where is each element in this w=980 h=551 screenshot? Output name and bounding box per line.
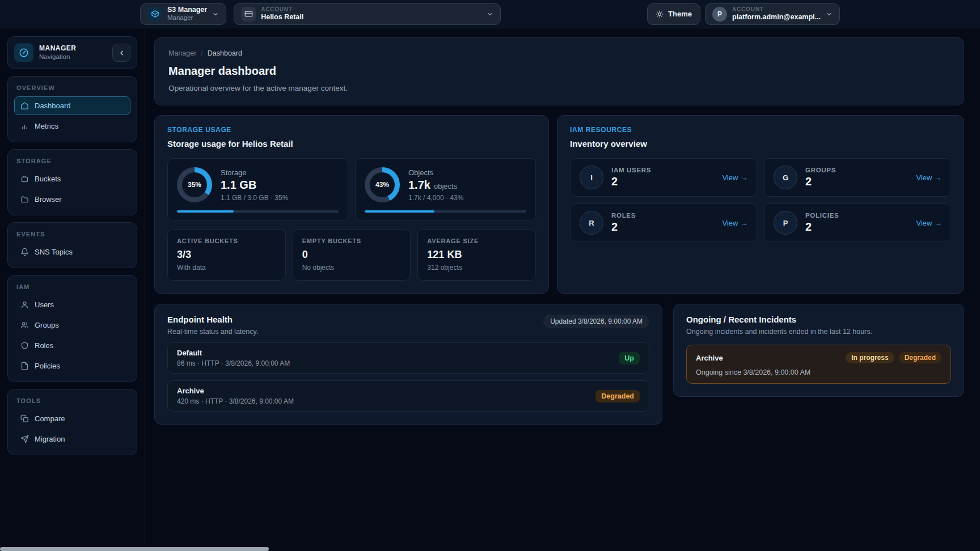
iam-groups-tile: G GROUPS 2 View → bbox=[764, 158, 951, 197]
stat-label: AVERAGE SIZE bbox=[427, 238, 526, 244]
degraded-badge: Degraded bbox=[899, 352, 941, 363]
sidebar-item-label: Migration bbox=[35, 435, 65, 443]
objects-donut-percent: 43% bbox=[375, 181, 389, 189]
bucket-icon bbox=[20, 175, 29, 183]
breadcrumb-manager[interactable]: Manager bbox=[168, 49, 196, 57]
app-switcher-subtitle: Manager bbox=[167, 14, 207, 22]
iam-tile-count: 2 bbox=[805, 221, 839, 234]
shield-icon bbox=[20, 341, 29, 350]
incidents-card: Ongoing / Recent Incidents Ongoing incid… bbox=[673, 304, 964, 397]
document-icon bbox=[20, 362, 29, 370]
gauge-label: Objects bbox=[408, 168, 463, 177]
incidents-card-subtitle: Ongoing incidents and incidents ended in… bbox=[686, 328, 951, 336]
page-subtitle: Operational overview for the active mana… bbox=[168, 84, 950, 92]
sidebar-item-groups[interactable]: Groups bbox=[14, 316, 130, 334]
sidebar-item-label: Buckets bbox=[35, 175, 61, 183]
view-policies-link[interactable]: View → bbox=[916, 219, 941, 227]
endpoint-name: Default bbox=[177, 349, 290, 357]
objects-gauge-tile: 43% Objects 1.7k objects 1.7k / 4,000 · … bbox=[355, 158, 536, 221]
endpoint-card-subtitle: Real-time status and latency. bbox=[167, 328, 258, 336]
objects-progress-bar bbox=[365, 210, 526, 213]
topbar: S3 Manager Manager ACCOUNT Helios Retail bbox=[0, 0, 980, 28]
bell-icon bbox=[20, 248, 29, 256]
incident-row-archive: Archive In progress Degraded Ongoing sin… bbox=[686, 345, 951, 384]
send-icon bbox=[20, 435, 29, 443]
users-icon bbox=[20, 321, 29, 329]
sidebar-group-label: TOOLS bbox=[16, 397, 128, 404]
iam-tile-count: 2 bbox=[611, 175, 651, 188]
theme-button-label: Theme bbox=[668, 10, 692, 18]
home-icon bbox=[20, 101, 29, 110]
stat-detail: With data bbox=[177, 264, 276, 272]
sidebar-item-buckets[interactable]: Buckets bbox=[14, 169, 130, 188]
endpoint-health-card: Endpoint Health Real-time status and lat… bbox=[154, 304, 662, 425]
avatar: R bbox=[580, 211, 603, 235]
iam-tile-label: ROLES bbox=[611, 212, 636, 219]
account-switcher[interactable]: ACCOUNT Helios Retail bbox=[234, 3, 501, 25]
stat-label: EMPTY BUCKETS bbox=[302, 238, 402, 244]
horizontal-scrollbar-thumb[interactable] bbox=[0, 547, 269, 551]
sidebar-group-tools: TOOLS Compare Migration bbox=[7, 389, 137, 455]
cube-icon bbox=[147, 7, 162, 22]
endpoint-row-default: Default 86 ms · HTTP · 3/8/2026, 9:00:00… bbox=[167, 342, 649, 374]
account-switcher-label: ACCOUNT bbox=[261, 6, 303, 13]
sidebar-collapse-button[interactable] bbox=[112, 44, 130, 62]
sidebar-item-browser[interactable]: Browser bbox=[14, 190, 130, 209]
card-icon bbox=[241, 7, 256, 22]
sidebar-title: MANAGER bbox=[39, 44, 77, 52]
view-groups-link[interactable]: View → bbox=[916, 173, 941, 182]
sidebar-item-metrics[interactable]: Metrics bbox=[14, 117, 130, 135]
sidebar-item-policies[interactable]: Policies bbox=[14, 357, 130, 375]
endpoint-detail: 420 ms · HTTP · 3/8/2026, 9:00:00 AM bbox=[177, 397, 294, 405]
sidebar-item-label: Metrics bbox=[35, 122, 58, 130]
iam-tile-count: 2 bbox=[611, 221, 636, 234]
sidebar-group-label: OVERVIEW bbox=[16, 84, 128, 91]
stat-value: 0 bbox=[302, 249, 402, 261]
endpoint-card-title: Endpoint Health bbox=[167, 315, 258, 324]
gauge-value: 1.1 GB bbox=[221, 179, 256, 192]
copy-icon bbox=[20, 414, 29, 423]
endpoint-row-archive: Archive 420 ms · HTTP · 3/8/2026, 9:00:0… bbox=[167, 380, 649, 412]
updated-badge: Updated 3/8/2026, 9:00:00 AM bbox=[543, 315, 649, 328]
app-switcher-title: S3 Manager bbox=[167, 6, 207, 14]
storage-card-eyebrow: STORAGE USAGE bbox=[167, 126, 536, 134]
app-switcher[interactable]: S3 Manager Manager bbox=[140, 3, 226, 25]
main-content: Manager / Dashboard Manager dashboard Op… bbox=[145, 28, 980, 550]
sidebar-item-migration[interactable]: Migration bbox=[14, 430, 130, 448]
sidebar-item-sns-topics[interactable]: SNS Topics bbox=[14, 243, 130, 261]
sidebar-item-compare[interactable]: Compare bbox=[14, 409, 130, 428]
view-roles-link[interactable]: View → bbox=[722, 219, 747, 227]
compass-icon bbox=[14, 43, 33, 62]
sun-icon bbox=[656, 10, 664, 18]
stat-empty-buckets: EMPTY BUCKETS 0 No objects bbox=[293, 229, 411, 281]
gauge-value: 1.7k bbox=[408, 179, 430, 192]
theme-button[interactable]: Theme bbox=[647, 3, 700, 25]
iam-tile-count: 2 bbox=[805, 175, 836, 188]
sidebar-item-users[interactable]: Users bbox=[14, 295, 130, 314]
gauge-label: Storage bbox=[221, 168, 288, 177]
iam-roles-tile: R ROLES 2 View → bbox=[570, 204, 757, 242]
endpoint-name: Archive bbox=[177, 387, 294, 395]
sidebar: MANAGER Navigation OVERVIEW Dashboard Me… bbox=[0, 28, 145, 550]
sidebar-subtitle: Navigation bbox=[39, 53, 77, 61]
avatar: G bbox=[774, 166, 797, 189]
stat-value: 121 KB bbox=[427, 249, 526, 261]
user-menu[interactable]: P ACCOUNT platform.admin@exampl... bbox=[705, 3, 840, 25]
endpoint-detail: 86 ms · HTTP · 3/8/2026, 9:00:00 AM bbox=[177, 359, 290, 367]
storage-gauge-tile: 35% Storage 1.1 GB 1.1 GB / 3.0 GB · 35% bbox=[167, 158, 348, 221]
iam-card-eyebrow: IAM RESOURCES bbox=[570, 126, 951, 134]
user-icon bbox=[20, 300, 29, 309]
sidebar-item-dashboard[interactable]: Dashboard bbox=[14, 96, 130, 115]
status-badge: Degraded bbox=[595, 390, 640, 402]
iam-policies-tile: P POLICIES 2 View → bbox=[764, 204, 951, 242]
storage-donut-percent: 35% bbox=[188, 181, 201, 189]
view-iam-users-link[interactable]: View → bbox=[722, 173, 747, 182]
sidebar-item-label: Dashboard bbox=[35, 101, 71, 110]
stat-label: ACTIVE BUCKETS bbox=[177, 238, 276, 244]
chevron-down-icon bbox=[826, 11, 833, 18]
in-progress-badge: In progress bbox=[846, 352, 894, 363]
sidebar-item-roles[interactable]: Roles bbox=[14, 336, 130, 355]
breadcrumb: Manager / Dashboard bbox=[168, 49, 950, 57]
iam-tile-label: GROUPS bbox=[805, 167, 836, 173]
chevron-down-icon bbox=[487, 11, 493, 18]
